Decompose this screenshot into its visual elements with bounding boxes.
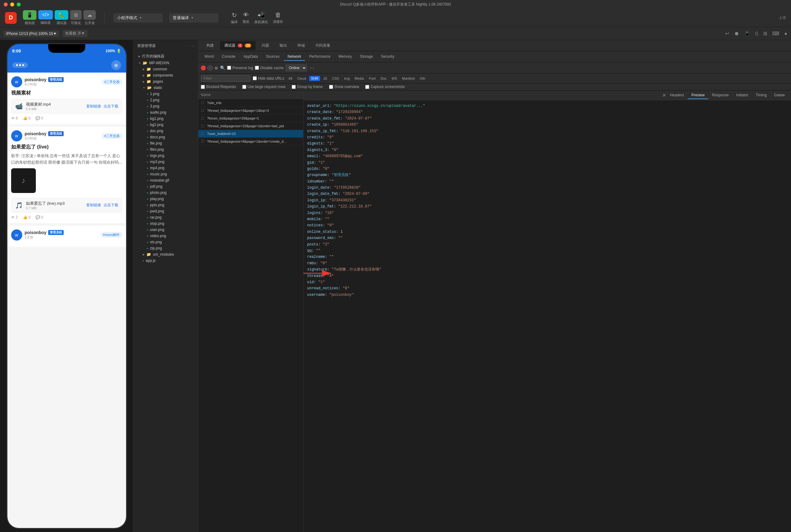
tree-item-3png[interactable]: ▪3.png — [133, 103, 198, 109]
tree-item-mp-weixin[interactable]: ▼ 📂 MP-WEIXIN — [133, 60, 198, 66]
tree-item-appjs[interactable]: ▪ app.js — [133, 258, 198, 264]
mode-dropdown[interactable]: 小程序模式 ▼ — [113, 13, 163, 22]
tree-item-pwdpng[interactable]: ▪pwd.png — [133, 208, 198, 214]
filter-css[interactable]: CSS — [330, 76, 341, 81]
tree-item-playpng[interactable]: ▪play.png — [133, 196, 198, 202]
detail-tab-gateway[interactable]: Gatew — [770, 92, 789, 99]
tree-item-mp3png[interactable]: ▪mp3.png — [133, 159, 198, 165]
tree-item-photopng[interactable]: ▪photo.png — [133, 190, 198, 196]
group-by-frame-checkbox[interactable]: Group by frame — [292, 84, 323, 89]
detail-tab-preview[interactable]: Preview — [688, 92, 709, 99]
tree-item-noavatargif[interactable]: ▪noavatar.gif — [133, 177, 198, 184]
tab-terminal[interactable]: 终端 — [293, 41, 309, 50]
tree-item-static[interactable]: ▼ 📂 static — [133, 84, 198, 91]
tree-item-components[interactable]: ▶ 📁 components — [133, 72, 198, 78]
screenshot-icon[interactable]: ⎙ — [755, 31, 758, 36]
filter-cloud[interactable]: Cloud — [295, 76, 308, 81]
tree-item-1png[interactable]: ▪1.png — [133, 91, 198, 97]
tree-item-uni-modules[interactable]: ▶ 📁 uni_modules — [133, 251, 198, 258]
subtab-wxml[interactable]: Wxml — [201, 53, 218, 61]
subtab-memory[interactable]: Memory — [335, 53, 355, 61]
upload-button[interactable]: 上传 — [779, 15, 786, 20]
tree-item-2png[interactable]: ▪2.png — [133, 97, 198, 103]
filter-xhr[interactable]: XHR — [309, 76, 320, 81]
tree-item-audiopng[interactable]: ▪audio.png — [133, 109, 198, 115]
request-row[interactable]: ☐ ?thread_list&pagesize=8&page=1&order=c… — [198, 138, 303, 146]
download-har-icon[interactable]: ↓ — [312, 66, 314, 70]
request-row[interactable]: ☐ ?user_list&limit=10 — [198, 130, 303, 138]
real-debug-button[interactable]: 📲 真机调试 — [254, 12, 268, 24]
filter-all[interactable]: All — [287, 76, 294, 81]
subtab-storage[interactable]: Storage — [356, 53, 376, 61]
filter-js[interactable]: JS — [321, 76, 329, 81]
preserve-log-checkbox[interactable]: Preserve log — [227, 66, 253, 70]
compile-dropdown[interactable]: 普通编译 ▼ — [169, 13, 218, 22]
tree-item-bg2png[interactable]: ▪bg2.png — [133, 122, 198, 128]
refresh-button[interactable]: ↻ 编译 — [231, 12, 238, 24]
detail-tab-response[interactable]: Response — [708, 92, 732, 99]
network-throttle-select[interactable]: Online — [286, 64, 307, 71]
visualize-button[interactable]: ⊞ 可视化 — [70, 10, 81, 25]
more-options-icon[interactable]: ··· — [191, 44, 194, 48]
tree-item-pdfpng[interactable]: ▪pdf.png — [133, 184, 198, 190]
tree-item-zippng[interactable]: ▪zip.png — [133, 245, 198, 251]
filter-ws[interactable]: WS — [390, 76, 399, 81]
filter-other[interactable]: Oth — [418, 76, 427, 81]
large-request-rows-checkbox[interactable]: Use large request rows — [242, 84, 286, 89]
tab-issues[interactable]: 问题 — [257, 41, 273, 50]
subtab-performance[interactable]: Performance — [306, 53, 334, 61]
disable-cache-checkbox[interactable]: Disable cache — [255, 66, 283, 70]
detail-tab-initiator[interactable]: Initiator — [732, 92, 752, 99]
hot-reload-button[interactable]: 热重载 开▼ — [63, 30, 87, 37]
blocked-requests-checkbox[interactable]: Blocked Requests — [201, 84, 236, 89]
show-overview-checkbox[interactable]: Show overview — [329, 84, 360, 89]
upload-har-icon[interactable]: ↑ — [310, 66, 312, 70]
detail-tab-timing[interactable]: Timing — [752, 92, 771, 99]
tree-item-userpng[interactable]: ▪user.png — [133, 227, 198, 233]
back-icon[interactable]: ↩ — [725, 31, 729, 36]
device-selector[interactable]: iPhone 12/13 (Pro) 100% 16▼ — [4, 31, 59, 37]
capture-screenshots-checkbox[interactable]: Capture screenshots — [365, 84, 405, 89]
tree-item-filepng[interactable]: ▪file.png — [133, 140, 198, 146]
filter-media[interactable]: Media — [353, 76, 366, 81]
more-icon[interactable]: ● — [784, 31, 787, 36]
subtab-network[interactable]: Network — [284, 53, 305, 61]
tree-item-docpng[interactable]: ▪doc.png — [133, 128, 198, 134]
request-row[interactable]: ☐ ?site_info — [198, 99, 303, 107]
editor-button[interactable]: </> 编辑器 — [38, 10, 53, 25]
tree-item-bg1png[interactable]: ▪bg1.png — [133, 115, 198, 122]
tree-item-filespng[interactable]: ▪files.png — [133, 146, 198, 153]
subtab-appdata[interactable]: AppData — [240, 53, 262, 61]
close-button[interactable] — [4, 2, 8, 6]
download-button[interactable]: 点击下载 — [104, 203, 118, 208]
tree-item-logopng[interactable]: ▪logo.png — [133, 153, 198, 159]
filter-font[interactable]: Font — [367, 76, 378, 81]
grid-icon[interactable]: ⊞ — [763, 31, 767, 36]
stop-button[interactable]: ⊘ — [208, 65, 213, 70]
copy-link-button[interactable]: 复制链接 — [86, 104, 101, 109]
tree-item-videopng[interactable]: ▪video.png — [133, 233, 198, 239]
tree-item-docxpng[interactable]: ▪docx.png — [133, 134, 198, 140]
share-button[interactable]: ⊕ — [111, 60, 121, 70]
nav-dots[interactable] — [12, 62, 28, 68]
filter-img[interactable]: Img — [342, 76, 351, 81]
tree-item-musicpng[interactable]: ▪music.png — [133, 171, 198, 177]
tree-item-pptxpng[interactable]: ▪pptx.png — [133, 202, 198, 208]
tab-output[interactable]: 输出 — [275, 41, 291, 50]
tab-build[interactable]: 构建 — [202, 41, 218, 50]
tab-code-quality[interactable]: 代码质量 — [311, 41, 335, 50]
tab-debugger[interactable]: 调试器 4 25 — [220, 41, 256, 50]
filter-doc[interactable]: Doc — [379, 76, 389, 81]
tree-item-mp4png[interactable]: ▪mp4.png — [133, 165, 198, 171]
copy-link-button[interactable]: 复制链接 — [86, 203, 101, 208]
minimize-button[interactable] — [10, 2, 14, 6]
subtab-sources[interactable]: Sources — [262, 53, 283, 61]
tree-item-pages[interactable]: ▶ 📁 pages — [133, 78, 198, 84]
request-row[interactable]: ☐ ?forum_list&pagesize=20&page=1 — [198, 115, 303, 122]
tree-item-rarpng[interactable]: ▪rar.png — [133, 214, 198, 221]
simulator-button[interactable]: 📱 模拟器 — [23, 10, 36, 25]
detail-tab-headers[interactable]: Headers — [666, 92, 687, 99]
subtab-security[interactable]: Security — [377, 53, 398, 61]
maximize-button[interactable] — [17, 2, 21, 6]
record-button[interactable] — [201, 65, 206, 70]
